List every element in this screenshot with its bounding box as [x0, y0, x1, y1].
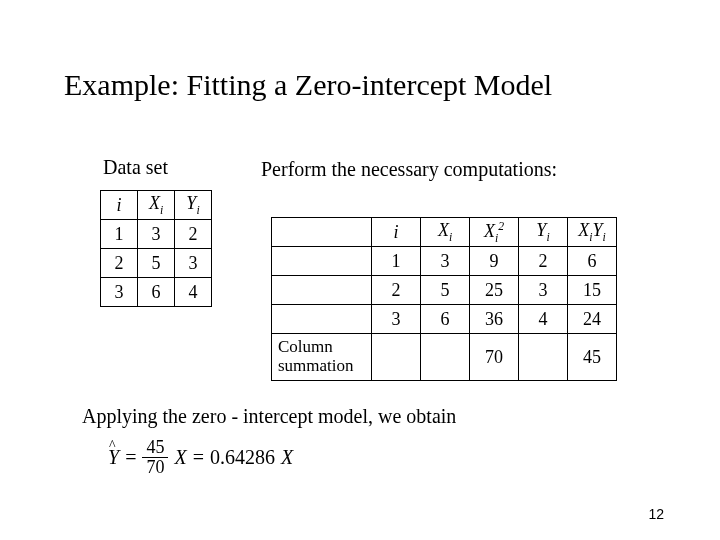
slide: Example: Fitting a Zero-intercept Model …: [0, 0, 720, 540]
applying-line: Applying the zero - intercept model, we …: [82, 405, 456, 428]
col-x-squared: Xi2: [470, 218, 519, 247]
sum-xy: 45: [568, 334, 617, 381]
perform-label: Perform the necessary computations:: [261, 156, 557, 182]
col-x: Xi: [421, 218, 470, 247]
sum-label: Columnsummation: [272, 334, 372, 381]
sum-x-squared: 70: [470, 334, 519, 381]
table-sum-row: Columnsummation 70 45: [272, 334, 617, 381]
table-row: 2 5 25 3 15: [272, 276, 617, 305]
y-hat-symbol: ^Y: [108, 446, 119, 469]
data-set-label: Data set: [103, 156, 168, 179]
col-x: Xi: [138, 191, 175, 220]
table-row: 2 5 3: [101, 249, 212, 278]
table-row: 3 6 4: [101, 278, 212, 307]
col-y: Yi: [519, 218, 568, 247]
table-row: 3 6 36 4 24: [272, 305, 617, 334]
data-set-table: i Xi Yi 1 3 2 2 5 3 3 6 4: [100, 190, 212, 307]
regression-equation: ^Y = 45 70 X = 0.64286 X: [108, 438, 293, 477]
col-blank: [272, 218, 372, 247]
page-number: 12: [648, 506, 664, 522]
slide-title: Example: Fitting a Zero-intercept Model: [64, 68, 552, 102]
col-y: Yi: [175, 191, 212, 220]
col-xy: XiYi: [568, 218, 617, 247]
col-i: i: [372, 218, 421, 247]
table-header-row: i Xi Xi2 Yi XiYi: [272, 218, 617, 247]
fraction: 45 70: [142, 438, 168, 477]
col-i: i: [101, 191, 138, 220]
table-row: 1 3 2: [101, 220, 212, 249]
table-header-row: i Xi Yi: [101, 191, 212, 220]
computation-table: i Xi Xi2 Yi XiYi 1 3 9 2 6 2 5 25 3 15 3…: [271, 217, 617, 381]
table-row: 1 3 9 2 6: [272, 247, 617, 276]
